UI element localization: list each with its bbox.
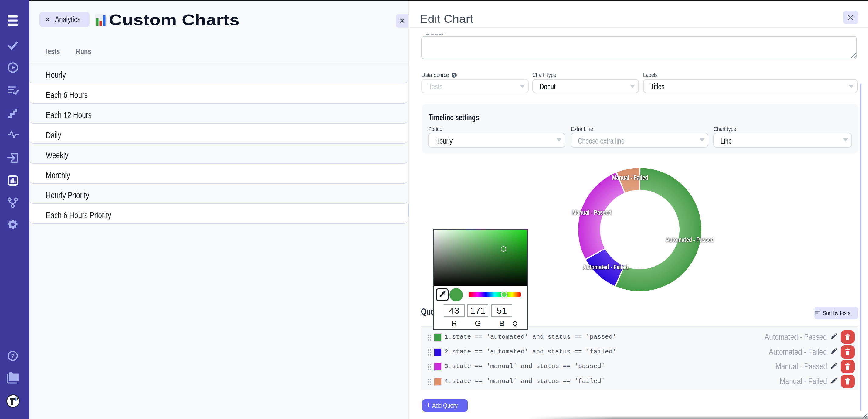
svg-text:?: ? — [11, 353, 15, 359]
svg-text:?: ? — [453, 73, 455, 77]
